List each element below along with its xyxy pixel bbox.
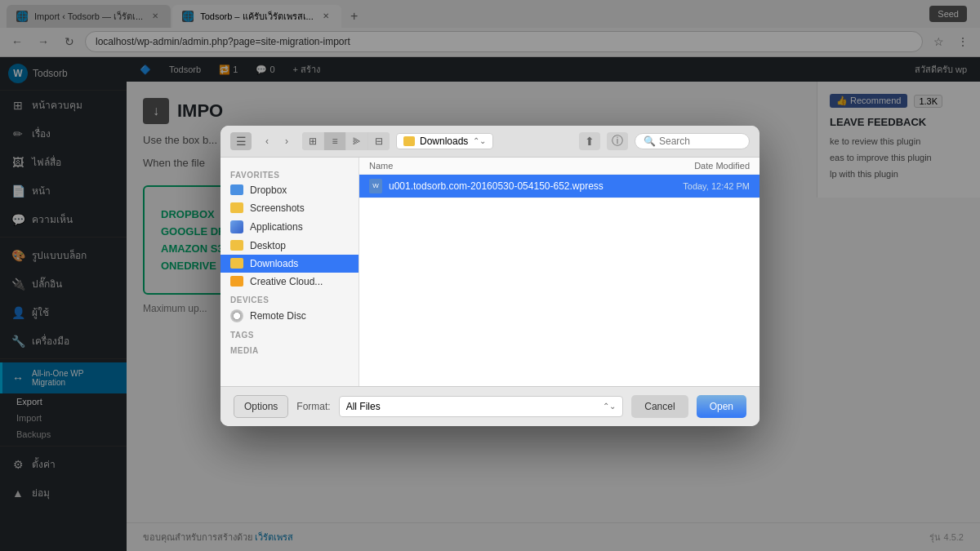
current-folder-icon — [403, 136, 415, 146]
downloads-folder-icon — [230, 258, 243, 269]
dialog-toolbar: ☰ ‹ › ⊞ ≡ ⫸ ⊟ Downloads ⌃⌄ ⬆ ⓘ 🔍 — [220, 126, 760, 158]
cancel-button[interactable]: Cancel — [631, 395, 688, 418]
share-button[interactable]: ⬆ — [579, 132, 600, 150]
format-select[interactable]: All Files ⌃⌄ — [339, 396, 624, 417]
sidebar-item-creative-cloud-label: Creative Cloud... — [250, 276, 323, 287]
dialog-body: Favorites Dropbox Screenshots Applicatio… — [220, 158, 760, 386]
file-icon: W — [369, 179, 382, 193]
options-button[interactable]: Options — [234, 395, 288, 418]
sidebar-item-downloads-label: Downloads — [250, 258, 298, 269]
sidebar-item-dropbox-label: Dropbox — [250, 184, 287, 196]
file-list-header: Name Date Modified — [359, 158, 760, 175]
favorites-label: Favorites — [220, 166, 359, 181]
file-date: Today, 12:42 PM — [635, 181, 750, 191]
folder-dropdown[interactable]: Downloads ⌃⌄ — [396, 133, 493, 149]
file-dialog: ☰ ‹ › ⊞ ≡ ⫸ ⊟ Downloads ⌃⌄ ⬆ ⓘ 🔍 — [220, 126, 760, 426]
format-label: Format: — [296, 401, 330, 412]
sidebar-item-desktop[interactable]: Desktop — [220, 237, 359, 255]
dialog-nav: ‹ › — [258, 132, 296, 150]
sidebar-item-remote-disc-label: Remote Disc — [250, 310, 306, 322]
dialog-footer: Options Format: All Files ⌃⌄ Cancel Open — [220, 386, 760, 426]
current-folder-name: Downloads — [420, 136, 468, 147]
nav-back-button[interactable]: ‹ — [258, 132, 276, 150]
file-dialog-sidebar: Favorites Dropbox Screenshots Applicatio… — [220, 158, 359, 386]
sidebar-item-downloads[interactable]: Downloads — [220, 255, 359, 273]
format-chevron-icon: ⌃⌄ — [603, 402, 616, 411]
view-icon-button[interactable]: ⊞ — [302, 132, 323, 150]
screenshots-folder-icon — [230, 202, 243, 213]
devices-label: Devices — [220, 291, 359, 306]
format-value: All Files — [346, 401, 381, 412]
sidebar-item-desktop-label: Desktop — [250, 240, 286, 251]
file-name: u001.todsorb.com-20160530-054150-652.wpr… — [389, 180, 635, 192]
desktop-folder-icon — [230, 240, 243, 251]
view-columns-button[interactable]: ⫸ — [346, 132, 368, 150]
media-label: Media — [220, 341, 359, 357]
view-list-button[interactable]: ≡ — [324, 132, 345, 150]
sidebar-item-applications-label: Applications — [250, 221, 303, 233]
creative-cloud-folder-icon — [230, 276, 243, 287]
sidebar-item-screenshots-label: Screenshots — [250, 202, 305, 214]
view-buttons: ⊞ ≡ ⫸ ⊟ — [302, 132, 390, 150]
nav-forward-button[interactable]: › — [278, 132, 296, 150]
folder-dropdown-chevron: ⌃⌄ — [473, 136, 486, 145]
sidebar-item-creative-cloud[interactable]: Creative Cloud... — [220, 273, 359, 291]
sidebar-item-applications[interactable]: Applications — [220, 217, 359, 237]
file-rows: W u001.todsorb.com-20160530-054150-652.w… — [359, 175, 760, 386]
remote-disc-icon — [230, 309, 243, 322]
view-gallery-button[interactable]: ⊟ — [368, 132, 390, 150]
search-box: 🔍 — [635, 133, 750, 149]
dialog-overlay: ☰ ‹ › ⊞ ≡ ⫸ ⊟ Downloads ⌃⌄ ⬆ ⓘ 🔍 — [0, 0, 980, 551]
sidebar-item-remote-disc[interactable]: Remote Disc — [220, 306, 359, 326]
tags-label: Tags — [220, 326, 359, 341]
search-input[interactable] — [659, 136, 741, 147]
file-list: Name Date Modified W u001.todsorb.com-20… — [359, 158, 760, 386]
search-icon: 🔍 — [644, 136, 656, 147]
col-name[interactable]: Name — [369, 161, 635, 171]
applications-app-icon — [230, 220, 243, 233]
open-button[interactable]: Open — [697, 395, 746, 418]
sidebar-item-screenshots[interactable]: Screenshots — [220, 199, 359, 217]
info-button[interactable]: ⓘ — [607, 132, 628, 150]
file-row[interactable]: W u001.todsorb.com-20160530-054150-652.w… — [359, 175, 760, 198]
col-date[interactable]: Date Modified — [635, 161, 750, 171]
sidebar-toggle-button[interactable]: ☰ — [230, 132, 252, 150]
sidebar-item-dropbox[interactable]: Dropbox — [220, 181, 359, 199]
dropbox-folder-icon — [230, 184, 243, 195]
